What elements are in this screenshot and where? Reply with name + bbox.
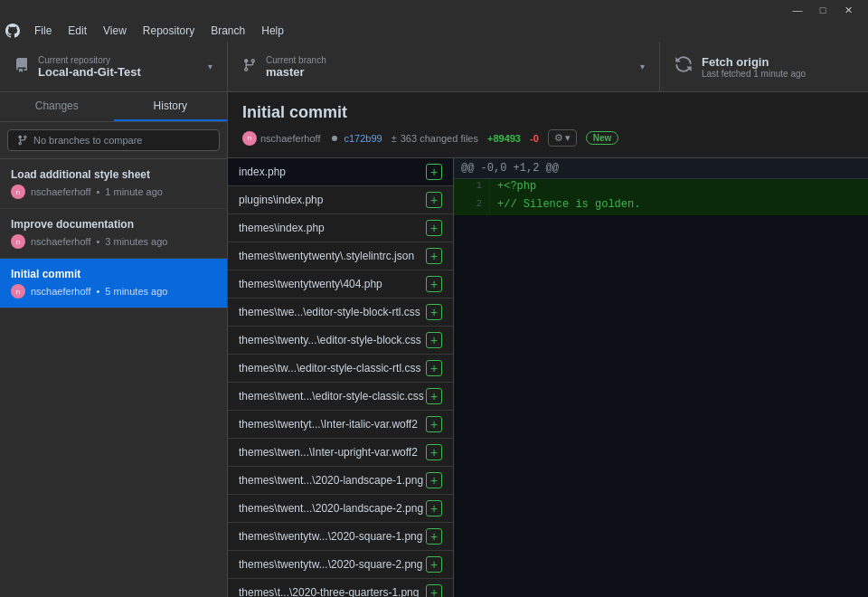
fetch-origin-section[interactable]: Fetch origin Last fetched 1 minute ago	[660, 42, 868, 91]
file-add-icon-1: +	[426, 192, 442, 208]
diff-line-num-1: 2	[454, 197, 490, 215]
file-item-2[interactable]: themes\index.php +	[228, 214, 453, 242]
content-area: Initial commit n nschaeferhoff c172b99 ±…	[228, 92, 868, 597]
file-item-0[interactable]: index.php +	[228, 158, 453, 186]
file-name-2: themes\index.php	[239, 222, 325, 234]
avatar-2: n	[11, 284, 25, 298]
file-item-10[interactable]: themes\twen...\Inter-upright-var.woff2 +	[228, 439, 453, 467]
diff-view: @@ -0,0 +1,2 @@ 1 +<?php 2 +// Silence i…	[454, 158, 868, 597]
file-name-9: themes\twentyt...\Inter-italic-var.woff2	[239, 418, 418, 431]
commit-header: Initial commit n nschaeferhoff c172b99 ±…	[228, 92, 868, 158]
diff-hunk-header: @@ -0,0 +1,2 @@	[454, 158, 868, 179]
file-item-6[interactable]: themes\twenty...\editor-style-block.css …	[228, 327, 453, 355]
additions-badge: +89493	[487, 133, 521, 144]
tab-history[interactable]: History	[114, 92, 228, 121]
file-item-11[interactable]: themes\twent...\2020-landscape-1.png +	[228, 467, 453, 495]
deletions-badge: -0	[530, 133, 539, 144]
file-name-14: themes\twentytw...\2020-square-2.png	[239, 558, 422, 571]
file-item-12[interactable]: themes\twent...\2020-landscape-2.png +	[228, 495, 453, 523]
title-bar-controls: — □ ✕	[785, 0, 861, 20]
tab-changes[interactable]: Changes	[0, 92, 114, 121]
menu-file[interactable]: File	[27, 23, 59, 39]
commit-meta-1: n nschaeferhoff • 3 minutes ago	[11, 234, 216, 249]
file-add-icon-13: +	[426, 528, 442, 545]
file-list: index.php + plugins\index.php + themes\i…	[228, 158, 454, 597]
file-item-13[interactable]: themes\twentytw...\2020-square-1.png +	[228, 523, 453, 551]
commit-hash-badge: n nschaeferhoff	[242, 131, 320, 146]
repo-name: Local-and-Git-Test	[38, 65, 141, 79]
commit-author-0: nschaeferhoff	[31, 186, 90, 197]
commit-author-1: nschaeferhoff	[31, 236, 90, 247]
file-item-9[interactable]: themes\twentyt...\Inter-italic-var.woff2…	[228, 411, 453, 439]
sidebar: Changes History No branches to compare L…	[0, 92, 228, 597]
menu-branch[interactable]: Branch	[203, 23, 252, 39]
branch-compare: No branches to compare	[0, 122, 227, 159]
commit-item-1[interactable]: Improve documentation n nschaeferhoff • …	[0, 209, 227, 259]
new-badge: New	[586, 131, 619, 145]
commit-author-2: nschaeferhoff	[31, 286, 90, 297]
repo-label: Current repository	[38, 55, 141, 65]
menu-bar: File Edit View Repository Branch Help	[0, 20, 868, 42]
sidebar-tabs: Changes History	[0, 92, 227, 122]
commit-time-0: 1 minute ago	[105, 186, 163, 197]
repo-chevron: ▾	[208, 62, 212, 71]
file-name-0: index.php	[239, 166, 286, 178]
commit-item-2[interactable]: Initial commit n nschaeferhoff • 5 minut…	[0, 259, 227, 308]
branch-label: Current branch	[266, 55, 326, 65]
repo-text: Current repository Local-and-Git-Test	[38, 55, 141, 79]
fetch-icon	[675, 55, 693, 78]
file-item-14[interactable]: themes\twentytw...\2020-square-2.png +	[228, 551, 453, 579]
close-button[interactable]: ✕	[835, 0, 861, 20]
file-name-1: plugins\index.php	[239, 194, 323, 206]
file-item-5[interactable]: themes\twe...\editor-style-block-rtl.css…	[228, 298, 453, 327]
menu-help[interactable]: Help	[254, 23, 291, 39]
file-add-icon-7: +	[426, 360, 442, 376]
branch-compare-label: No branches to compare	[33, 135, 142, 146]
file-add-icon-15: +	[426, 584, 442, 597]
file-name-12: themes\twent...\2020-landscape-2.png	[239, 502, 423, 515]
svg-point-0	[332, 136, 337, 141]
file-item-3[interactable]: themes\twentytwenty\.stylelintrc.json +	[228, 242, 453, 270]
fetch-sub: Last fetched 1 minute ago	[702, 69, 806, 79]
maximize-button[interactable]: □	[810, 0, 835, 20]
file-add-icon-10: +	[426, 444, 442, 460]
file-name-7: themes\tw...\editor-style-classic-rtl.cs…	[239, 362, 420, 374]
file-add-icon-6: +	[426, 332, 442, 348]
file-item-4[interactable]: themes\twentytwenty\404.php +	[228, 270, 453, 298]
branch-name: master	[266, 65, 326, 79]
file-name-10: themes\twen...\Inter-upright-var.woff2	[239, 446, 418, 459]
avatar-header: n	[242, 131, 257, 146]
current-branch-section[interactable]: Current branch master ▾	[228, 42, 660, 91]
diff-line-content-1: +// Silence is golden.	[490, 197, 868, 215]
file-add-icon-2: +	[426, 220, 442, 236]
menu-view[interactable]: View	[96, 23, 134, 39]
commit-bullet-0: •	[96, 186, 99, 197]
commit-item-0[interactable]: Load additional style sheet n nschaeferh…	[0, 159, 227, 209]
file-add-icon-8: +	[426, 388, 442, 404]
file-add-icon-12: +	[426, 500, 442, 516]
commit-time-1: 3 minutes ago	[105, 236, 167, 247]
settings-button[interactable]: ⚙ ▾	[548, 129, 577, 147]
file-item-7[interactable]: themes\tw...\editor-style-classic-rtl.cs…	[228, 355, 453, 383]
file-item-8[interactable]: themes\twent...\editor-style-classic.css…	[228, 383, 453, 411]
branch-compare-button[interactable]: No branches to compare	[7, 129, 220, 151]
file-item-15[interactable]: themes\t...\2020-three-quarters-1.png +	[228, 579, 453, 597]
toolbar: Current repository Local-and-Git-Test ▾ …	[0, 42, 868, 92]
file-add-icon-14: +	[426, 556, 442, 573]
minimize-button[interactable]: —	[785, 0, 810, 20]
file-name-5: themes\twe...\editor-style-block-rtl.css	[239, 306, 420, 318]
fetch-text: Fetch origin Last fetched 1 minute ago	[702, 55, 806, 79]
menu-edit[interactable]: Edit	[61, 23, 94, 39]
diff-area: index.php + plugins\index.php + themes\i…	[228, 158, 868, 597]
file-item-1[interactable]: plugins\index.php +	[228, 186, 453, 214]
commit-author-header: nschaeferhoff	[260, 133, 320, 144]
diff-line-0: 1 +<?php	[454, 179, 868, 197]
current-repo-section[interactable]: Current repository Local-and-Git-Test ▾	[0, 42, 228, 91]
commit-title-2: Initial commit	[11, 268, 216, 280]
hash-badge: c172b99	[329, 133, 382, 144]
diff-line-num-0: 1	[454, 179, 490, 197]
avatar-0: n	[11, 185, 25, 199]
commit-bullet-1: •	[96, 236, 99, 247]
menu-repository[interactable]: Repository	[136, 23, 202, 39]
fetch-label: Fetch origin	[702, 55, 806, 69]
